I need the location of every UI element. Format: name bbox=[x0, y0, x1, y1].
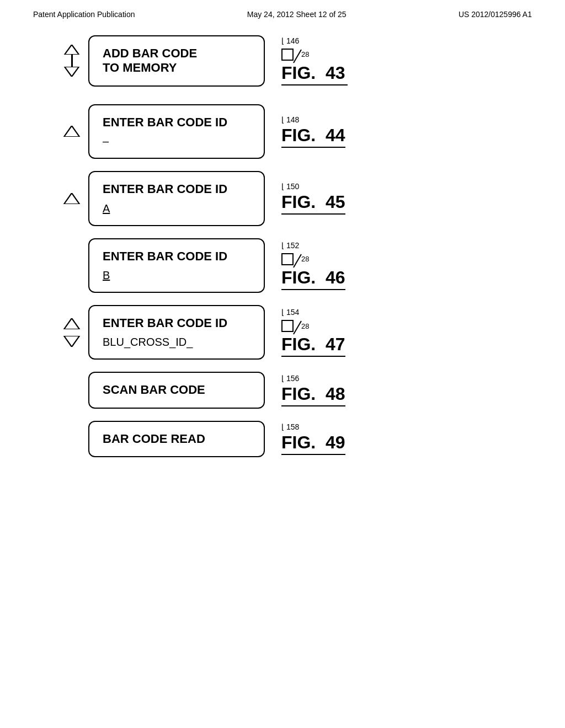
fig43-icon-area bbox=[55, 45, 88, 77]
fig47-label-area: ⌊ 154 28 FIG. 47 bbox=[281, 308, 348, 357]
fig47-screen-box: ENTER BAR CODE ID BLU_CROSS_ID_ bbox=[88, 305, 265, 360]
svg-marker-4 bbox=[64, 318, 79, 329]
fig46-screen-box: ENTER BAR CODE ID B bbox=[88, 238, 265, 293]
fig49-ref: 158 bbox=[286, 422, 299, 431]
fig47-checkbox-ref: 28 bbox=[301, 322, 309, 330]
figure-46-row: ENTER BAR CODE ID B ⌊ 152 28 FIG. 46 bbox=[55, 238, 532, 293]
figure-44-row: ENTER BAR CODE ID – ⌊ 148 FIG. 44 bbox=[55, 104, 532, 159]
figure-49-row: BAR CODE READ ⌊ 158 FIG. 49 bbox=[55, 421, 532, 457]
figure-43-row: ADD BAR CODETO MEMORY ⌊ 146 28 FIG. 43 bbox=[55, 35, 532, 87]
fig48-ref: 156 bbox=[286, 374, 299, 383]
fig46-title: ENTER BAR CODE ID bbox=[103, 249, 250, 264]
fig46-sub: B bbox=[103, 269, 250, 282]
triangle-down-icon-47 bbox=[63, 336, 81, 347]
fig49-label-area: ⌊ 158 FIG. 49 bbox=[281, 422, 348, 455]
figure-48-row: SCAN BAR CODE ⌊ 156 FIG. 48 bbox=[55, 372, 532, 408]
fig44-title: ENTER BAR CODE ID bbox=[103, 115, 250, 130]
fig47-title: ENTER BAR CODE ID bbox=[103, 316, 250, 330]
svg-marker-1 bbox=[65, 67, 79, 77]
triangle-up-icon-47 bbox=[63, 318, 81, 329]
fig46-label-area: ⌊ 152 28 FIG. 46 bbox=[281, 241, 348, 290]
fig47-fig-label: FIG. 47 bbox=[281, 334, 345, 354]
fig49-fig-label: FIG. 49 bbox=[281, 432, 345, 452]
svg-marker-2 bbox=[64, 126, 79, 137]
fig43-screen-box: ADD BAR CODETO MEMORY bbox=[88, 35, 265, 87]
fig49-screen-box: BAR CODE READ bbox=[88, 421, 265, 457]
svg-marker-3 bbox=[64, 193, 79, 204]
fig48-label-area: ⌊ 156 FIG. 48 bbox=[281, 374, 348, 406]
fig43-fig-label: FIG. 43 bbox=[281, 63, 345, 83]
double-arrow-icon bbox=[63, 45, 80, 77]
figure-45-row: ENTER BAR CODE ID A ⌊ 150 FIG. 45 bbox=[55, 171, 532, 226]
fig46-ref: 152 bbox=[286, 241, 299, 250]
fig47-ref: 154 bbox=[286, 308, 299, 317]
fig45-sub: A bbox=[103, 202, 250, 215]
triangle-up-icon bbox=[63, 193, 81, 204]
fig43-checkbox-ref: 28 bbox=[301, 50, 309, 58]
fig47-icon-area bbox=[55, 318, 88, 347]
fig44-ref: 148 bbox=[286, 115, 299, 124]
header-left: Patent Application Publication bbox=[33, 10, 135, 19]
fig45-screen-box: ENTER BAR CODE ID A bbox=[88, 171, 265, 226]
svg-marker-0 bbox=[65, 45, 79, 55]
fig46-fig-label: FIG. 46 bbox=[281, 267, 345, 287]
fig46-checkbox bbox=[281, 253, 294, 265]
fig48-fig-label: FIG. 48 bbox=[281, 384, 345, 404]
fig45-title: ENTER BAR CODE ID bbox=[103, 182, 250, 196]
fig43-ref: 146 bbox=[286, 36, 299, 45]
fig47-checkbox bbox=[281, 320, 294, 332]
fig45-icon-area bbox=[55, 193, 88, 204]
fig48-title: SCAN BAR CODE bbox=[103, 383, 250, 397]
fig43-label-area: ⌊ 146 28 FIG. 43 bbox=[281, 36, 348, 85]
page-header: Patent Application Publication May 24, 2… bbox=[0, 0, 565, 24]
header-right: US 2012/0125996 A1 bbox=[459, 10, 532, 19]
figure-47-row: ENTER BAR CODE ID BLU_CROSS_ID_ ⌊ 154 28… bbox=[55, 305, 532, 360]
fig44-screen-box: ENTER BAR CODE ID – bbox=[88, 104, 265, 159]
fig46-checkbox-ref: 28 bbox=[301, 255, 309, 263]
fig45-fig-label: FIG. 45 bbox=[281, 192, 345, 212]
fig44-sub: – bbox=[103, 135, 250, 148]
fig45-label-area: ⌊ 150 FIG. 45 bbox=[281, 182, 348, 215]
header-middle: May 24, 2012 Sheet 12 of 25 bbox=[247, 10, 347, 19]
fig45-ref: 150 bbox=[286, 182, 299, 191]
fig44-fig-label: FIG. 44 bbox=[281, 125, 345, 145]
triangle-up-icon bbox=[63, 126, 81, 137]
fig48-screen-box: SCAN BAR CODE bbox=[88, 372, 265, 408]
main-content: ADD BAR CODETO MEMORY ⌊ 146 28 FIG. 43 bbox=[0, 24, 565, 480]
fig49-title: BAR CODE READ bbox=[103, 432, 250, 446]
fig44-icon-area bbox=[55, 126, 88, 137]
svg-marker-5 bbox=[64, 336, 79, 347]
fig44-label-area: ⌊ 148 FIG. 44 bbox=[281, 115, 348, 148]
fig43-checkbox bbox=[281, 49, 294, 61]
fig47-sub: BLU_CROSS_ID_ bbox=[103, 336, 250, 349]
fig43-title: ADD BAR CODETO MEMORY bbox=[103, 46, 250, 76]
